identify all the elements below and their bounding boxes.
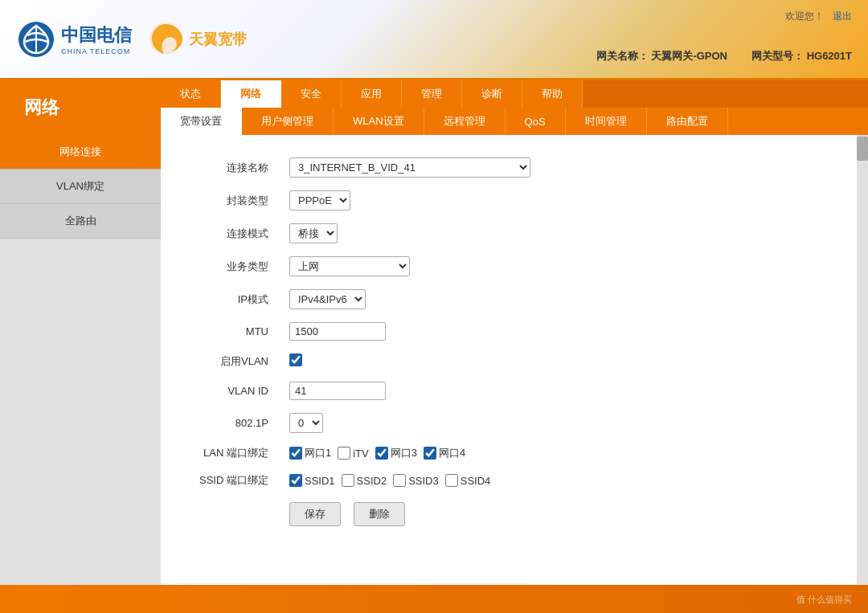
gateway-name: 网关名称： 天翼网关-GPON (596, 49, 727, 63)
ssid-port-1[interactable]: SSID1 (289, 474, 335, 487)
ip-mode-label: IP模式 (185, 283, 281, 316)
nav-tab-user-manage[interactable]: 用户侧管理 (242, 108, 334, 135)
nav-row2: 宽带设置 用户侧管理 WLAN设置 远程管理 QoS 时间管理 路由配置 (161, 108, 868, 135)
nav-tab-remote[interactable]: 远程管理 (424, 108, 506, 135)
sidebar-item-network-connection[interactable]: 网络连接 (0, 135, 161, 170)
nav-tab-apps[interactable]: 应用 (342, 80, 402, 108)
ssid-port-3[interactable]: SSID3 (393, 474, 439, 487)
ssid-port-2-label: SSID2 (357, 475, 387, 487)
lan-port-group: 网口1 iTV 网口3 (289, 446, 836, 460)
nav-bar: 网络 状态 网络 安全 应用 管理 诊断 帮助 宽带设置 用户侧管理 WLAN设… (0, 80, 868, 135)
vlan-id-row: VLAN ID (185, 375, 844, 407)
lan-port-itv-label: iTV (353, 447, 369, 460)
gateway-info: 网关名称： 天翼网关-GPON 网关型号： HG6201T (596, 49, 852, 63)
nav-tab-time[interactable]: 时间管理 (566, 108, 647, 135)
vlan-id-input[interactable] (289, 382, 386, 400)
nav-tabs: 状态 网络 安全 应用 管理 诊断 帮助 宽带设置 用户侧管理 WLAN设置 远… (161, 80, 868, 135)
ssid-port-1-checkbox[interactable] (289, 474, 302, 487)
mtu-value (281, 316, 844, 347)
ip-mode-select[interactable]: IPv4 IPv6 IPv4&IPv6 (289, 289, 366, 309)
lan-port-4-checkbox[interactable] (424, 447, 436, 460)
save-button[interactable]: 保存 (289, 502, 341, 526)
service-type-row: 业务类型 上网 IPTV 语音 (185, 250, 844, 283)
ssid-port-2[interactable]: SSID2 (342, 474, 387, 487)
ssid-port-4[interactable]: SSID4 (445, 474, 491, 487)
tianyi-text: 天翼宽带 (189, 30, 247, 49)
lan-port-3[interactable]: 网口3 (375, 446, 417, 460)
mtu-label: MTU (185, 316, 281, 347)
lan-bind-label: LAN 端口绑定 (185, 439, 281, 467)
encap-type-select[interactable]: PPPoE IPoE Bridge (289, 190, 350, 210)
logout-link[interactable]: 退出 (833, 10, 852, 22)
nav-row1: 状态 网络 安全 应用 管理 诊断 帮助 (161, 80, 868, 108)
lan-port-itv[interactable]: iTV (338, 447, 369, 460)
vlan-8021p-row: 802.1P 0 1 2 3 4 5 6 7 (185, 407, 844, 439)
connection-mode-select[interactable]: 桥接 路由 (289, 223, 338, 243)
ssid-port-group: SSID1 SSID2 SSID3 (289, 474, 836, 487)
ct-logo-icon (16, 19, 56, 59)
connection-name-value: 3_INTERNET_B_VID_41 (281, 151, 844, 184)
mtu-row: MTU (185, 316, 844, 347)
service-type-select[interactable]: 上网 IPTV 语音 (289, 256, 410, 276)
encap-type-label: 封装类型 (185, 184, 281, 217)
nav-tab-wlan[interactable]: WLAN设置 (334, 108, 424, 135)
vlan-id-label: VLAN ID (185, 375, 281, 407)
vlan-8021p-select[interactable]: 0 1 2 3 4 5 6 7 (289, 413, 323, 433)
ct-name-cn: 中国电信 (61, 23, 132, 47)
nav-tab-security[interactable]: 安全 (281, 80, 342, 108)
nav-tab-network[interactable]: 网络 (221, 80, 281, 108)
lan-port-4[interactable]: 网口4 (424, 446, 465, 460)
enable-vlan-row: 启用VLAN (185, 347, 844, 375)
lan-bind-row: LAN 端口绑定 网口1 iTV (185, 439, 844, 467)
lan-port-3-checkbox[interactable] (375, 447, 388, 460)
connection-name-row: 连接名称 3_INTERNET_B_VID_41 (185, 151, 844, 184)
lan-port-1[interactable]: 网口1 (289, 446, 331, 460)
ssid-port-2-checkbox[interactable] (342, 474, 354, 487)
nav-tab-broadband[interactable]: 宽带设置 (161, 108, 242, 135)
scrollbar-thumb[interactable] (857, 137, 868, 161)
nav-tab-diagnose[interactable]: 诊断 (462, 80, 522, 108)
enable-vlan-label: 启用VLAN (185, 347, 281, 375)
tianyi-logo-icon (148, 21, 184, 57)
nav-tab-status[interactable]: 状态 (161, 80, 221, 108)
footer-watermark: 值 什么值得买 (796, 594, 852, 606)
lan-port-itv-checkbox[interactable] (338, 447, 350, 460)
vlan-8021p-value: 0 1 2 3 4 5 6 7 (281, 407, 844, 439)
sidebar-item-full-route[interactable]: 全路由 (0, 204, 161, 239)
china-telecom-logo: 中国电信 CHINA TELECOM (16, 19, 132, 59)
encap-type-row: 封装类型 PPPoE IPoE Bridge (185, 184, 844, 217)
ssid-bind-label: SSID 端口绑定 (185, 467, 281, 494)
lan-port-4-label: 网口4 (439, 446, 465, 460)
lan-port-3-label: 网口3 (391, 446, 417, 460)
vlan-8021p-label: 802.1P (185, 407, 281, 439)
mtu-input[interactable] (289, 322, 386, 341)
nav-tab-manage[interactable]: 管理 (402, 80, 462, 108)
service-type-value: 上网 IPTV 语音 (281, 250, 844, 283)
ssid-port-3-checkbox[interactable] (393, 474, 406, 487)
form-buttons: 保存 删除 (185, 502, 844, 526)
nav-section-title: 网络 (0, 80, 161, 135)
service-type-label: 业务类型 (185, 250, 281, 283)
ct-name-en: CHINA TELECOM (61, 47, 132, 55)
scrollbar-track[interactable] (857, 135, 868, 585)
lan-port-1-checkbox[interactable] (289, 447, 302, 460)
sidebar: 网络连接 VLAN绑定 全路由 (0, 135, 161, 585)
ssid-port-4-checkbox[interactable] (445, 474, 458, 487)
enable-vlan-checkbox[interactable] (289, 353, 302, 366)
footer-bar: 值 什么值得买 (0, 585, 868, 613)
lan-bind-value: 网口1 iTV 网口3 (281, 439, 844, 467)
nav-tab-route[interactable]: 路由配置 (647, 108, 728, 135)
nav-tab-help[interactable]: 帮助 (522, 80, 583, 108)
connection-name-select[interactable]: 3_INTERNET_B_VID_41 (289, 157, 530, 178)
config-form: 连接名称 3_INTERNET_B_VID_41 封装类型 PPPoE IPoE (185, 151, 844, 494)
ssid-port-3-label: SSID3 (408, 475, 439, 487)
ssid-port-1-label: SSID1 (305, 475, 335, 487)
nav-tab-qos[interactable]: QoS (506, 108, 566, 135)
lan-port-1-label: 网口1 (305, 446, 331, 460)
delete-button[interactable]: 删除 (354, 502, 405, 526)
sidebar-item-vlan-binding[interactable]: VLAN绑定 (0, 170, 161, 204)
vlan-id-value (281, 375, 844, 407)
ip-mode-value: IPv4 IPv6 IPv4&IPv6 (281, 283, 844, 316)
connection-mode-row: 连接模式 桥接 路由 (185, 217, 844, 250)
page-header: 中国电信 CHINA TELECOM 天翼宽带 欢迎您！ 退出 网关名称： 天翼… (0, 0, 868, 80)
